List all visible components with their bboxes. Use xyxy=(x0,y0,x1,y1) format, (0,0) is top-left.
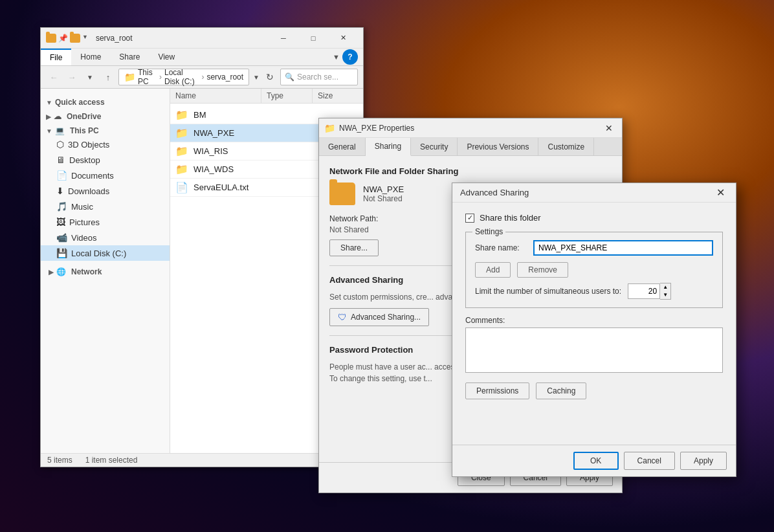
refresh-button[interactable]: ↻ xyxy=(262,69,278,85)
tab-general[interactable]: General xyxy=(319,138,366,155)
col-header-type[interactable]: Type xyxy=(261,89,313,103)
advanced-sharing-title-bar: Advanced Sharing ✕ xyxy=(452,183,736,203)
back-button[interactable]: ← xyxy=(46,69,61,85)
help-button[interactable]: ? xyxy=(342,49,358,65)
ribbon-expand-icon[interactable]: ▼ xyxy=(333,53,340,61)
sidebar-label-documents: Documents xyxy=(71,171,114,181)
desktop-icon: 🖥 xyxy=(56,155,65,165)
folder-big-icon xyxy=(329,183,355,205)
limit-input[interactable] xyxy=(628,283,660,299)
tab-security[interactable]: Security xyxy=(411,138,458,155)
sidebar-label-3dobjects: 3D Objects xyxy=(68,140,109,150)
comments-textarea[interactable] xyxy=(465,327,723,373)
address-dropdown-icon[interactable]: ▼ xyxy=(253,74,260,81)
path-serva-root: serva_root xyxy=(206,72,243,82)
caching-button[interactable]: Caching xyxy=(536,382,586,399)
address-path[interactable]: 📁 This PC › Local Disk (C:) › serva_root xyxy=(118,69,249,85)
ribbon-tab-view[interactable]: View xyxy=(149,49,184,65)
add-remove-row: Add Remove xyxy=(475,262,713,278)
sidebar-item-documents[interactable]: 📄 Documents xyxy=(41,168,170,183)
pictures-icon: 🖼 xyxy=(56,217,65,227)
onedrive-arrow[interactable]: ▶ xyxy=(46,113,51,120)
quickaccess-arrow[interactable]: ▼ xyxy=(46,99,52,106)
apply-button[interactable]: Apply xyxy=(680,452,727,470)
explorer-body: ▼ Quick access ▶ ☁ OneDrive ▼ 💻 This PC … xyxy=(41,89,363,453)
permissions-caching-row: Permissions Caching xyxy=(465,382,723,399)
permissions-button[interactable]: Permissions xyxy=(465,382,529,399)
search-box[interactable]: 🔍 Search se... xyxy=(280,69,358,85)
sidebar-item-localdisk[interactable]: 💾 Local Disk (C:) xyxy=(41,245,170,261)
cancel-button[interactable]: Cancel xyxy=(624,452,675,470)
sidebar-section-network: ▶ 🌐 Network xyxy=(41,263,170,278)
title-dropdown-arrow[interactable]: ▼ xyxy=(82,34,88,43)
sidebar-label-localdisk: Local Disk (C:) xyxy=(71,249,126,258)
col-header-name[interactable]: Name xyxy=(170,89,261,103)
path-local-disk: Local Disk (C:) xyxy=(164,68,199,86)
folder-icon-bm: 📁 xyxy=(175,109,188,121)
sidebar-item-3dobjects[interactable]: ⬡ 3D Objects xyxy=(41,137,170,152)
share-folder-label: Share this folder xyxy=(480,213,541,223)
advanced-sharing-content: Share this folder Settings Share name: A… xyxy=(452,203,736,445)
sidebar-item-pictures[interactable]: 🖼 Pictures xyxy=(41,214,170,230)
advanced-sharing-footer: OK Cancel Apply xyxy=(452,445,736,476)
music-icon: 🎵 xyxy=(56,201,67,212)
share-name-row: Share name: xyxy=(475,240,713,256)
advanced-sharing-btn-label: Advanced Sharing... xyxy=(351,313,421,322)
sidebar-item-videos[interactable]: 📹 Videos xyxy=(41,230,170,245)
share-name-label: Share name: xyxy=(475,243,527,252)
forward-button[interactable]: → xyxy=(64,69,80,85)
maximize-button[interactable]: □ xyxy=(298,28,328,49)
share-name-input[interactable] xyxy=(533,240,713,256)
sidebar-item-label-network[interactable]: Network xyxy=(71,267,102,276)
window-controls: ─ □ ✕ xyxy=(269,28,358,49)
close-button[interactable]: ✕ xyxy=(328,28,358,49)
remove-button[interactable]: Remove xyxy=(517,262,568,278)
search-placeholder: Search se... xyxy=(297,72,338,82)
path-this-pc: This PC xyxy=(138,68,157,86)
explorer-window: 📌 ▼ serva_root ─ □ ✕ File Home Share Vie… xyxy=(40,27,364,467)
limit-label: Limit the number of simultaneous users t… xyxy=(475,287,621,296)
network-arrow[interactable]: ▶ xyxy=(49,269,54,276)
ribbon-tab-share[interactable]: Share xyxy=(110,49,149,65)
sidebar-label-desktop: Desktop xyxy=(69,155,100,165)
add-button[interactable]: Add xyxy=(475,262,511,278)
sidebar-item-desktop[interactable]: 🖥 Desktop xyxy=(41,152,170,168)
sidebar-item-music[interactable]: 🎵 Music xyxy=(41,199,170,214)
sidebar-label-downloads: Downloads xyxy=(68,186,109,196)
up-button[interactable]: ↑ xyxy=(100,69,116,85)
share-folder-checkbox[interactable] xyxy=(465,214,474,223)
folder-icon-wiawds: 📁 xyxy=(175,163,188,175)
address-bar: ← → ▼ ↑ 📁 This PC › Local Disk (C:) › se… xyxy=(41,66,363,89)
sidebar-item-label-onedrive[interactable]: OneDrive xyxy=(67,112,101,121)
down-arrow-button[interactable]: ▼ xyxy=(82,69,98,85)
thispc-icon: 💻 xyxy=(55,126,65,135)
3dobjects-icon: ⬡ xyxy=(56,139,64,150)
sidebar: ▼ Quick access ▶ ☁ OneDrive ▼ 💻 This PC … xyxy=(41,89,170,453)
sidebar-item-label-thispc[interactable]: This PC xyxy=(70,126,99,135)
tab-customize[interactable]: Customize xyxy=(538,138,594,155)
tab-sharing[interactable]: Sharing xyxy=(366,138,411,156)
share-button[interactable]: Share... xyxy=(329,239,379,256)
thispc-arrow[interactable]: ▼ xyxy=(46,127,52,135)
tab-previous-versions[interactable]: Previous Versions xyxy=(458,138,538,155)
col-header-size[interactable]: Size xyxy=(313,89,363,103)
spinner-up-button[interactable]: ▲ xyxy=(660,283,670,291)
properties-close-button[interactable]: ✕ xyxy=(601,121,617,135)
folder-title-icon xyxy=(46,34,56,43)
comments-label: Comments: xyxy=(465,316,723,325)
advanced-sharing-dialog-title: Advanced Sharing xyxy=(460,188,713,197)
minimize-button[interactable]: ─ xyxy=(269,28,298,49)
ok-button[interactable]: OK xyxy=(573,452,619,470)
file-icon-txt: 📄 xyxy=(175,181,188,194)
file-list-header: Name Type Size xyxy=(170,89,363,104)
share-this-folder-row: Share this folder xyxy=(465,213,723,223)
ribbon-tab-home[interactable]: Home xyxy=(71,49,110,65)
advanced-sharing-close-button[interactable]: ✕ xyxy=(713,186,728,200)
ribbon-tab-file[interactable]: File xyxy=(41,49,71,65)
sidebar-label-pictures: Pictures xyxy=(69,217,100,227)
advanced-sharing-dialog: Advanced Sharing ✕ Share this folder Set… xyxy=(452,183,736,477)
status-bar: 5 items 1 item selected xyxy=(41,453,363,467)
sidebar-item-downloads[interactable]: ⬇ Downloads xyxy=(41,183,170,199)
advanced-sharing-button[interactable]: 🛡 Advanced Sharing... xyxy=(329,308,429,326)
spinner-down-button[interactable]: ▼ xyxy=(660,291,670,299)
